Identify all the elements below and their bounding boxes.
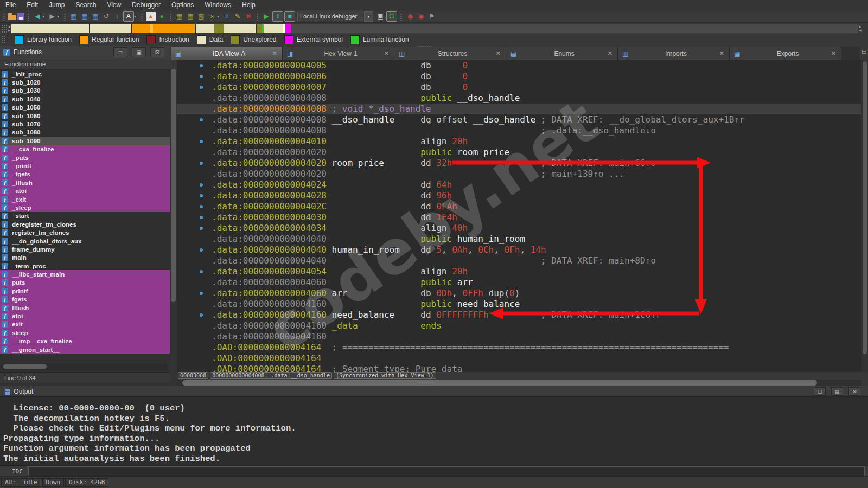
functions-restore-button[interactable]: □ bbox=[113, 47, 127, 57]
disasm-line[interactable]: .data:0000000000004008 public __dso_hand… bbox=[177, 93, 861, 104]
add-string-icon[interactable]: s bbox=[207, 12, 217, 21]
function-row-_printf[interactable]: f_printf bbox=[0, 162, 170, 170]
legend-drag-handle[interactable] bbox=[2, 35, 7, 44]
function-row-_start[interactable]: f_start bbox=[0, 212, 170, 220]
disasm-line[interactable]: .data:0000000000004040 ; DATA XREF: main… bbox=[177, 255, 861, 266]
function-row-__imp__cxa_finalize[interactable]: f__imp__cxa_finalize bbox=[0, 337, 170, 345]
menu-help[interactable]: Help bbox=[237, 0, 261, 10]
tab-close-icon[interactable]: ✕ bbox=[496, 50, 501, 57]
disasm-line[interactable]: .data:0000000000004028 dd 96h bbox=[177, 190, 861, 201]
function-row-exit[interactable]: fexit bbox=[0, 320, 170, 329]
navband-left-arrows[interactable]: ◀▶ bbox=[8, 25, 10, 33]
cancel-icon[interactable]: ✖ bbox=[244, 12, 253, 21]
disasm-line[interactable]: .OAD:0000000000004164 bbox=[177, 353, 861, 364]
tab-close-icon[interactable]: ✕ bbox=[608, 50, 612, 57]
function-row-register_tm_clones[interactable]: fregister_tm_clones bbox=[0, 228, 170, 236]
function-row-sub_1090[interactable]: fsub_1090 bbox=[0, 137, 170, 145]
menu-jump[interactable]: Jump bbox=[43, 0, 70, 10]
problems-icon[interactable]: ▲ bbox=[146, 12, 156, 21]
navband-segment[interactable] bbox=[264, 24, 283, 33]
add-breakpoint-icon[interactable]: ◉ bbox=[416, 12, 426, 21]
function-row-printf[interactable]: fprintf bbox=[0, 287, 170, 295]
forward-icon[interactable]: ▶ bbox=[47, 12, 57, 21]
function-row-_init_proc[interactable]: f_init_proc bbox=[0, 70, 170, 78]
navband-segment[interactable] bbox=[224, 24, 256, 33]
function-row-_fflush[interactable]: f_fflush bbox=[0, 178, 170, 187]
navband-segment[interactable] bbox=[132, 24, 150, 33]
function-row-sub_1070[interactable]: fsub_1070 bbox=[0, 120, 170, 128]
disasm-line[interactable]: .data:0000000000004008 ; void *_dso_hand… bbox=[177, 104, 861, 114]
tab-enums[interactable]: ▤Enums✕ bbox=[506, 47, 618, 60]
menu-options[interactable]: Options bbox=[166, 0, 199, 10]
menu-view[interactable]: View bbox=[101, 0, 126, 10]
output-maximize-button[interactable]: ▤ bbox=[831, 387, 843, 396]
functions-hscrollbar-thumb[interactable] bbox=[3, 364, 47, 369]
navband-segment[interactable] bbox=[196, 24, 214, 33]
disasm-line[interactable]: .data:0000000000004034 align 40h bbox=[177, 223, 861, 234]
function-row-_sleep[interactable]: f_sleep bbox=[0, 203, 170, 211]
menu-search[interactable]: Search bbox=[70, 0, 101, 10]
disasm-line[interactable]: .data:0000000000004060 arr db 0Dh, 0FFh … bbox=[177, 288, 861, 299]
disasm-line[interactable]: .data:0000000000004160 bbox=[177, 331, 861, 342]
splitter-handle-top[interactable]: ······· bbox=[418, 43, 433, 49]
disasm-line[interactable]: .data:0000000000004008 ; .data:__dso_han… bbox=[177, 125, 861, 136]
function-row-sub_1040[interactable]: fsub_1040 bbox=[0, 95, 170, 103]
disasm-line[interactable]: .data:0000000000004020 public room_price bbox=[177, 147, 861, 158]
function-row-sleep[interactable]: fsleep bbox=[0, 329, 170, 337]
jump-segment-icon[interactable]: ▦ bbox=[91, 12, 100, 21]
disasm-line[interactable]: .data:0000000000004160 _data ends bbox=[177, 320, 861, 331]
functions-vscrollbar[interactable] bbox=[170, 69, 177, 386]
tab-ida-view-a[interactable]: ▣IDA View-A✕ bbox=[171, 47, 283, 60]
tab-close-icon[interactable]: ✕ bbox=[272, 50, 277, 57]
disasm-line[interactable]: .data:0000000000004040 public human_in_r… bbox=[177, 234, 861, 245]
disassembly-vscrollbar-thumb[interactable] bbox=[863, 61, 867, 354]
disasm-line[interactable]: .data:0000000000004160 need_balance dd 0… bbox=[177, 310, 861, 320]
function-row-__gmon_start__[interactable]: f__gmon_start__ bbox=[0, 345, 170, 354]
function-row-main[interactable]: fmain bbox=[0, 254, 170, 262]
breakpoint-list-icon[interactable]: ◉ bbox=[405, 12, 415, 21]
about-icon[interactable]: ● bbox=[157, 12, 167, 21]
menu-file[interactable]: File bbox=[0, 0, 21, 10]
function-row-__cxa_finalize[interactable]: f__cxa_finalize bbox=[0, 145, 170, 153]
add-string-icon-dropdown-arrow[interactable]: ▾ bbox=[217, 14, 221, 19]
navband-segment[interactable] bbox=[214, 24, 224, 33]
jump-name-icon[interactable]: ▦ bbox=[80, 12, 90, 21]
jump-xref-icon[interactable]: ↓ bbox=[112, 12, 122, 21]
tab-close-icon[interactable]: ✕ bbox=[831, 50, 836, 57]
navband-drag-handle[interactable] bbox=[1, 24, 7, 33]
navband-segment[interactable] bbox=[257, 24, 262, 33]
debugger-select[interactable]: Local Linux debugger▼ bbox=[297, 12, 373, 21]
forward-icon-dropdown-arrow[interactable]: ▾ bbox=[57, 14, 61, 19]
function-row-deregister_tm_clones[interactable]: fderegister_tm_clones bbox=[0, 220, 170, 228]
text-search-button-dropdown-arrow[interactable]: ▾ bbox=[134, 14, 138, 19]
function-row-sub_1080[interactable]: fsub_1080 bbox=[0, 129, 170, 137]
functions-close-button[interactable]: ⊠ bbox=[150, 47, 164, 57]
debugger-select-arrow[interactable]: ▼ bbox=[364, 11, 373, 22]
function-row-_atoi[interactable]: f_atoi bbox=[0, 187, 170, 195]
tab-close-icon[interactable]: ✕ bbox=[384, 50, 389, 57]
tab-close-icon[interactable]: ✕ bbox=[719, 50, 724, 57]
back-icon[interactable]: ◀ bbox=[33, 12, 42, 21]
disassembly-hscrollbar-thumb[interactable] bbox=[182, 380, 817, 386]
add-xref-icon[interactable]: ✳ bbox=[222, 12, 232, 21]
functions-hscrollbar[interactable] bbox=[1, 363, 167, 370]
disasm-line[interactable]: .data:0000000000004020 ; main+139↑o ... bbox=[177, 169, 861, 179]
disassembly-hscrollbar[interactable] bbox=[177, 380, 861, 386]
output-log[interactable]: License: 00-0000-0000-00 (0 user) The de… bbox=[0, 397, 868, 464]
function-row-sub_1030[interactable]: fsub_1030 bbox=[0, 87, 170, 95]
pause-process-icon[interactable]: ‖ bbox=[272, 11, 283, 22]
disasm-line[interactable]: .data:0000000000004007 db 0 bbox=[177, 82, 861, 93]
function-row-fflush[interactable]: ffflush bbox=[0, 304, 170, 312]
jump-address-icon[interactable]: ▦ bbox=[69, 12, 79, 21]
tab-structures[interactable]: ◫Structures✕ bbox=[394, 47, 506, 60]
function-row-sub_1050[interactable]: fsub_1050 bbox=[0, 104, 170, 112]
add-enum-icon[interactable]: ▦ bbox=[186, 12, 195, 21]
attach-process-icon[interactable]: ▣ bbox=[375, 12, 385, 21]
disassembly-view[interactable]: .data:0000000000004005 db 0.data:0000000… bbox=[177, 60, 861, 372]
function-row-_fgets[interactable]: f_fgets bbox=[0, 170, 170, 178]
function-row-__libc_start_main[interactable]: f__libc_start_main bbox=[0, 270, 170, 278]
splitter-handle-bottom[interactable]: ······· bbox=[419, 380, 434, 385]
function-row-fgets[interactable]: ffgets bbox=[0, 296, 170, 304]
navigation-history-icon[interactable]: ↺ bbox=[101, 12, 111, 21]
add-struct-icon[interactable]: ▦ bbox=[175, 12, 184, 21]
